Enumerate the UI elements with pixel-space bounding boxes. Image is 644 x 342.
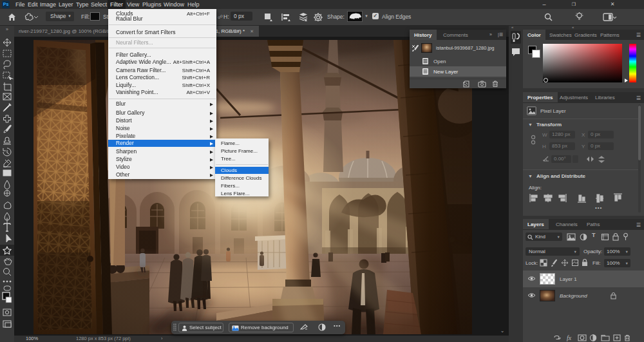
svg-text:fx: fx bbox=[567, 334, 572, 341]
svg-text:»: » bbox=[6, 27, 8, 32]
